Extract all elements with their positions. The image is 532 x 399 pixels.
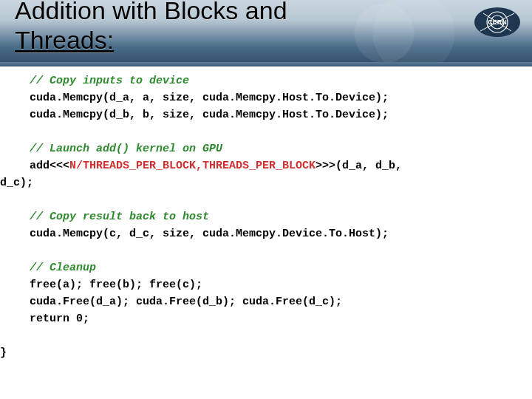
blank-line <box>0 123 532 140</box>
blank-line <box>0 191 532 208</box>
title-line-2: Threads: <box>15 26 114 54</box>
code-line: free(a); free(b); free(c); <box>0 276 532 293</box>
code-line: cuda.Memcpy(d_a, a, size, cuda.Memcpy.Ho… <box>0 89 532 106</box>
blank-line <box>0 327 532 344</box>
slide-header: Addition with Blocks and Threads: CERN <box>0 0 532 66</box>
blank-line <box>0 242 532 259</box>
code-frag: add<<< <box>30 160 69 172</box>
code-line: add<<<N/THREADS_PER_BLOCK,THREADS_PER_BL… <box>0 157 532 174</box>
code-comment: // Launch add() kernel on GPU <box>30 143 222 155</box>
logo-text: CERN <box>488 18 507 26</box>
code-line: cuda.Memcpy(d_b, b, size, cuda.Memcpy.Ho… <box>0 106 532 123</box>
code-comment: // Cleanup <box>30 262 96 274</box>
code-line: } <box>0 344 532 361</box>
code-comment: // Copy result back to host <box>30 211 209 223</box>
title-line-1: Addition with Blocks and <box>15 0 287 24</box>
code-line: return 0; <box>0 310 532 327</box>
slide-title: Addition with Blocks and Threads: <box>15 0 369 55</box>
code-line: cuda.Memcpy(c, d_c, size, cuda.Memcpy.De… <box>0 225 532 242</box>
code-comment: // Copy inputs to device <box>30 75 189 87</box>
cern-logo-icon: CERN <box>473 6 522 38</box>
code-frag: >>>(d_a, d_b, <box>316 160 402 172</box>
code-line: d_c); <box>0 174 532 191</box>
code-block: // Copy inputs to device cuda.Memcpy(d_a… <box>0 72 532 361</box>
code-highlight: N/THREADS_PER_BLOCK,THREADS_PER_BLOCK <box>69 160 316 172</box>
code-line: cuda.Free(d_a); cuda.Free(d_b); cuda.Fre… <box>0 293 532 310</box>
